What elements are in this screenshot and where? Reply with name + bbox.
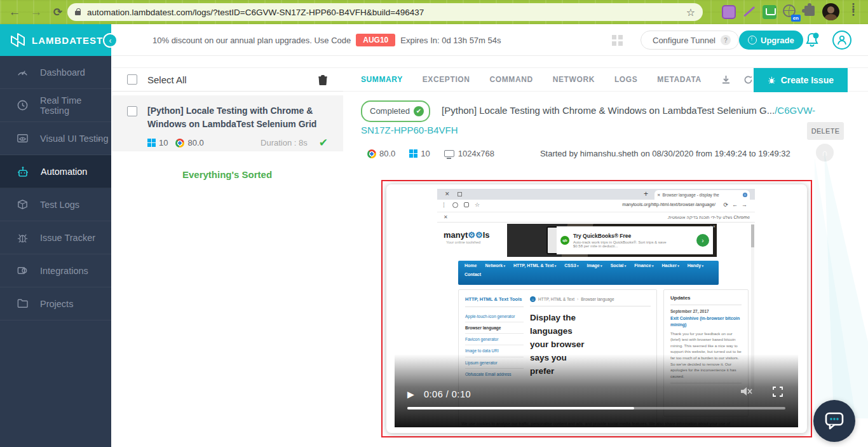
bookmark-star-icon[interactable]: ☆: [686, 6, 695, 18]
app-header: 10% discount on our annual plan upgrades…: [111, 24, 868, 56]
tab-favicon: [743, 193, 747, 197]
clock-icon: [17, 99, 29, 111]
test-list-panel: Select All [Python] Locale Testing with …: [111, 56, 343, 447]
update-link: Exit Coinhive (in-browser bitcoin mining…: [670, 315, 742, 328]
browser-menu-icon[interactable]: ⋮⋮: [848, 4, 859, 20]
sidebar-item-automation[interactable]: Automation: [0, 155, 111, 188]
browser-profile-avatar[interactable]: [822, 3, 839, 20]
url-text[interactable]: automation.lambdatest.com/logs/?testID=C…: [87, 8, 686, 17]
close-icon: ✕: [445, 191, 450, 197]
promo-text-after: Expires In: 0d 13h 57m 54s: [400, 36, 501, 45]
select-all-checkbox[interactable]: [127, 74, 137, 85]
video-player[interactable]: ✕ + ✕ Browser language - display the: [395, 189, 798, 427]
sidebar: LAMBDATEST ‹ Dashboard Real Time Testing…: [0, 24, 111, 447]
brand-name: LAMBDATEST: [32, 35, 103, 46]
home-icon: ⌂: [530, 296, 536, 302]
sidebar-item-issue-tracker[interactable]: Issue Tracker: [0, 221, 111, 254]
logo-tagline: Your online toolshed: [446, 240, 489, 244]
user-profile-icon[interactable]: [832, 31, 851, 50]
tool-link: Apple-touch-icon generator: [465, 311, 524, 322]
extension-icon-green[interactable]: [763, 5, 776, 19]
help-icon[interactable]: ?: [721, 35, 731, 45]
recorded-tab-strip: ✕ + ✕ Browser language - display the: [437, 189, 755, 200]
reload-icon[interactable]: ⟳: [50, 4, 66, 20]
nav-css3: CSS3: [564, 263, 578, 268]
chat-bubble-icon: [824, 411, 845, 431]
ad-cta-icon: ›: [696, 234, 709, 247]
star-icon: ☆: [475, 202, 480, 208]
promo-banner: 10% discount on our annual plan upgrades…: [153, 34, 501, 46]
sidebar-item-label: Issue Tracker: [40, 233, 95, 243]
sidebar-item-integrations[interactable]: Integrations: [0, 254, 111, 287]
tab-close-icon: ✕: [657, 193, 660, 198]
nav-image: Image: [587, 263, 602, 268]
tab-title: Browser language - display the: [662, 193, 719, 197]
sorted-message: Everything's Sorted: [111, 169, 343, 180]
video-progress-fill: [407, 407, 634, 409]
nav-hacker: Hacker: [662, 263, 679, 268]
video-timestamp: 0:06 / 0:10: [424, 389, 471, 399]
os-version: 10: [159, 138, 168, 148]
trash-icon[interactable]: [318, 74, 328, 85]
extension-icon-purple[interactable]: [722, 5, 736, 19]
infobar-text: ‏Chrome נשלט על-ידי תוכנת בדיקה אוטומטית…: [667, 215, 750, 220]
play-icon[interactable]: ▶: [407, 389, 414, 399]
automation-infobar: ✕ ‏Chrome נשלט על-ידי תוכנת בדיקה אוטומט…: [437, 212, 755, 223]
gears-icon: ⚙⚙: [468, 230, 482, 240]
extensions-puzzle-icon[interactable]: [804, 6, 815, 16]
extension-icon: [464, 202, 469, 207]
tools-heading: HTTP, HTML & Text Tools: [465, 296, 524, 303]
upgrade-arrow-icon: [748, 36, 757, 45]
sidebar-item-label: Projects: [40, 299, 73, 309]
sidebar-item-visual-ui-testing[interactable]: Visual UI Testing ⌄: [0, 122, 111, 155]
ad-body: Auto-track work trips in QuickBooks®. So…: [573, 240, 668, 248]
eye-browser-icon: [17, 132, 29, 144]
chat-widget-button[interactable]: [813, 400, 855, 442]
lock-icon: [75, 11, 81, 15]
translate-globe-icon[interactable]: en: [783, 4, 798, 20]
nav-handy: Handy: [688, 263, 703, 268]
notifications-bell-icon[interactable]: [804, 32, 820, 48]
ad-title: Try QuickBooks® Free: [573, 233, 668, 239]
folder-icon: [17, 298, 29, 310]
test-item-checkbox[interactable]: [127, 106, 137, 116]
fullscreen-icon[interactable]: [773, 387, 783, 399]
extension-icon-feather[interactable]: [742, 5, 756, 19]
quickbooks-logo-icon: qb: [560, 236, 569, 245]
sidebar-item-real-time-testing[interactable]: Real Time Testing: [0, 89, 111, 122]
lambdatest-logo-icon: [10, 32, 25, 48]
forward-icon[interactable]: →: [28, 4, 44, 20]
site-navbar: Home Network HTTP, HTML & Text CSS3 Imag…: [458, 261, 719, 285]
passed-check-icon: ✔: [319, 136, 328, 149]
sidebar-item-test-logs[interactable]: Test Logs: [0, 188, 111, 221]
nav-home: Home: [465, 263, 477, 268]
address-bar[interactable]: automation.lambdatest.com/logs/?testID=C…: [67, 3, 703, 21]
update-date: September 27, 2017: [670, 309, 742, 313]
gauge-icon: [17, 66, 29, 78]
ad-banner: qb Try QuickBooks® Free Auto-track work …: [507, 224, 717, 257]
video-player-card: ✕ + ✕ Browser language - display the: [386, 184, 807, 433]
test-list-item[interactable]: [Python] Locale Testing with Chrome & Wi…: [112, 95, 343, 151]
back-icon[interactable]: ←: [6, 4, 23, 20]
sidebar-item-dashboard[interactable]: Dashboard: [0, 56, 111, 89]
test-item-title: [Python] Locale Testing with Chrome & Wi…: [147, 104, 328, 131]
upgrade-label: Upgrade: [761, 36, 794, 45]
configure-tunnel-button[interactable]: Configure Tunnel ?: [641, 31, 739, 50]
mute-icon[interactable]: [740, 386, 752, 399]
nav-finance: Finance: [634, 263, 653, 268]
robot-icon: [17, 165, 29, 178]
updates-heading: Updates: [670, 295, 742, 301]
nav-social: Social: [611, 263, 627, 268]
upgrade-button[interactable]: Upgrade: [739, 31, 803, 50]
tool-link-current: Browser language: [465, 322, 524, 334]
breadcrumb: ⌂ HTTP, HTML & Text › Browser language: [530, 296, 651, 302]
recorded-nav-icons: ⟳←→: [723, 202, 751, 208]
sidebar-collapse-button[interactable]: ‹: [103, 33, 118, 48]
bug-icon: [17, 231, 29, 244]
profile-icon: [452, 202, 458, 208]
duration-label: Duration : 8s: [261, 138, 308, 148]
sidebar-item-projects[interactable]: Projects: [0, 287, 111, 320]
apps-grid-icon[interactable]: [612, 35, 623, 46]
video-progress-bar[interactable]: [407, 407, 785, 409]
nav-network: Network: [485, 263, 505, 268]
